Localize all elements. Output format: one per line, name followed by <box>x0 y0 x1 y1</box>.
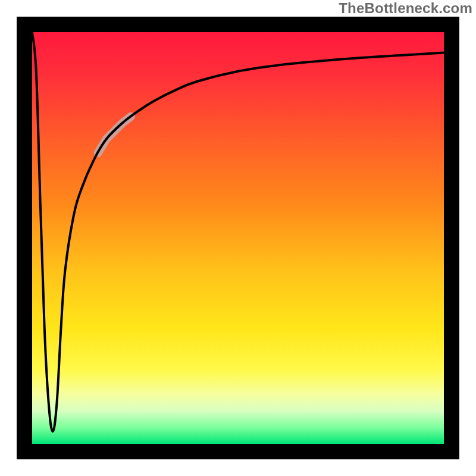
bottleneck-chart <box>0 0 476 476</box>
plot-gradient-fill <box>32 32 444 444</box>
watermark-text: TheBottleneck.com <box>339 0 472 17</box>
chart-stage: TheBottleneck.com <box>0 0 476 476</box>
